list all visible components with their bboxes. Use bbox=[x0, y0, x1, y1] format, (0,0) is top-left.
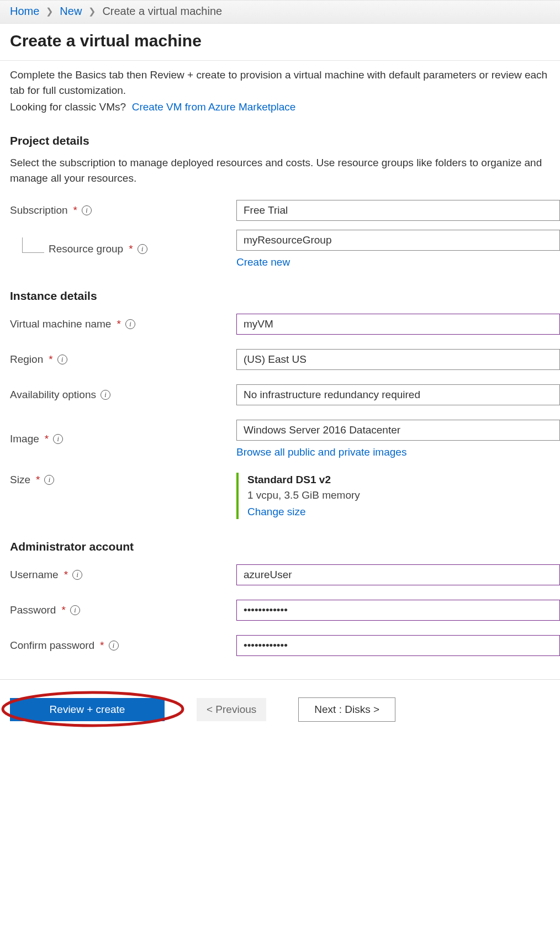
region-select[interactable]: (US) East US bbox=[236, 349, 560, 370]
info-icon[interactable] bbox=[101, 390, 110, 400]
size-label: Size * bbox=[10, 473, 236, 486]
required-asterisk: * bbox=[117, 318, 120, 330]
vm-name-label: Virtual machine name * bbox=[10, 318, 236, 330]
info-icon[interactable] bbox=[72, 570, 82, 580]
info-icon[interactable] bbox=[138, 244, 147, 254]
create-vm-marketplace-link[interactable]: Create VM from Azure Marketplace bbox=[132, 101, 296, 113]
required-asterisk: * bbox=[73, 204, 77, 216]
chevron-right-icon: ❯ bbox=[46, 6, 53, 17]
availability-label: Availability options bbox=[10, 389, 236, 401]
info-icon[interactable] bbox=[109, 641, 119, 651]
size-summary: Standard DS1 v2 1 vcpu, 3.5 GiB memory C… bbox=[236, 473, 560, 519]
project-details-desc: Select the subscription to manage deploy… bbox=[10, 155, 560, 186]
create-new-resource-group-link[interactable]: Create new bbox=[236, 256, 290, 268]
previous-button[interactable]: < Previous bbox=[197, 698, 266, 721]
tree-elbow-icon bbox=[22, 237, 44, 253]
required-asterisk: * bbox=[100, 639, 104, 652]
username-input[interactable] bbox=[236, 564, 560, 585]
classic-vm-prompt-text: Looking for classic VMs? bbox=[10, 101, 126, 113]
browse-images-link[interactable]: Browse all public and private images bbox=[236, 446, 406, 458]
next-disks-button[interactable]: Next : Disks > bbox=[298, 697, 395, 722]
info-icon[interactable] bbox=[82, 205, 92, 215]
info-icon[interactable] bbox=[57, 355, 67, 364]
breadcrumb-current: Create a virtual machine bbox=[102, 5, 222, 18]
password-label: Password * bbox=[10, 604, 236, 616]
size-detail: 1 vcpu, 3.5 GiB memory bbox=[247, 489, 560, 501]
breadcrumb: Home ❯ New ❯ Create a virtual machine bbox=[0, 0, 560, 24]
review-create-button[interactable]: Review + create bbox=[10, 698, 165, 721]
confirm-password-label: Confirm password * bbox=[10, 639, 236, 652]
chevron-right-icon: ❯ bbox=[88, 6, 96, 17]
instance-details-heading: Instance details bbox=[10, 289, 560, 303]
page-title: Create a virtual machine bbox=[10, 31, 550, 50]
region-label: Region * bbox=[10, 353, 236, 366]
required-asterisk: * bbox=[61, 604, 65, 616]
breadcrumb-home[interactable]: Home bbox=[10, 5, 39, 18]
intro-text: Complete the Basics tab then Review + cr… bbox=[10, 67, 560, 98]
image-select[interactable]: Windows Server 2016 Datacenter bbox=[236, 420, 560, 441]
required-asterisk: * bbox=[45, 433, 49, 445]
image-label: Image * bbox=[10, 433, 236, 445]
confirm-password-input[interactable] bbox=[236, 635, 560, 656]
required-asterisk: * bbox=[64, 569, 68, 581]
info-icon[interactable] bbox=[125, 319, 135, 329]
availability-select[interactable]: No infrastructure redundancy required bbox=[236, 384, 560, 405]
project-details-heading: Project details bbox=[10, 134, 560, 147]
password-input[interactable] bbox=[236, 600, 560, 621]
classic-vm-prompt: Looking for classic VMs? Create VM from … bbox=[10, 101, 560, 113]
resource-group-label: Resource group * bbox=[10, 243, 236, 255]
page-header: Create a virtual machine bbox=[0, 24, 560, 61]
subscription-label: Subscription * bbox=[10, 204, 236, 216]
required-asterisk: * bbox=[49, 353, 52, 366]
username-label: Username * bbox=[10, 569, 236, 581]
breadcrumb-new[interactable]: New bbox=[60, 5, 82, 18]
required-asterisk: * bbox=[129, 243, 133, 255]
change-size-link[interactable]: Change size bbox=[247, 506, 560, 518]
info-icon[interactable] bbox=[70, 605, 80, 615]
required-asterisk: * bbox=[36, 474, 40, 486]
info-icon[interactable] bbox=[53, 434, 63, 444]
info-icon[interactable] bbox=[44, 475, 54, 485]
admin-account-heading: Administrator account bbox=[10, 540, 560, 553]
subscription-select[interactable]: Free Trial bbox=[236, 200, 560, 221]
resource-group-select[interactable]: myResourceGroup bbox=[236, 230, 560, 251]
vm-name-input[interactable] bbox=[236, 314, 560, 335]
size-name: Standard DS1 v2 bbox=[247, 474, 560, 486]
wizard-footer: Review + create < Previous Next : Disks … bbox=[0, 679, 560, 744]
